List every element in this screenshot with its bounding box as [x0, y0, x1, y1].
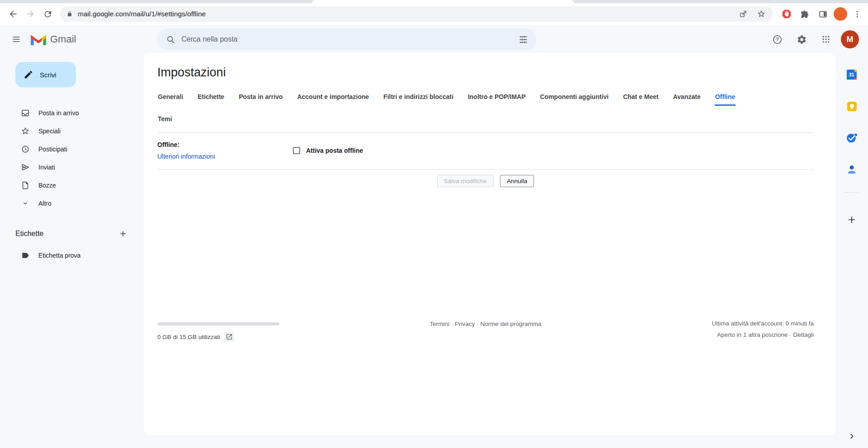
- offline-row-label: Offline:: [157, 140, 293, 149]
- forward-button[interactable]: [22, 5, 39, 23]
- plus-icon: [847, 215, 857, 225]
- sidebar-item-inbox[interactable]: Posta in arrivo: [0, 104, 144, 122]
- url-text[interactable]: mail.google.com/mail/u/1/#settings/offli…: [78, 10, 736, 18]
- google-apps-button[interactable]: [816, 30, 835, 49]
- details-link[interactable]: Dettagli: [793, 331, 814, 338]
- storage-text: 0 GB di 15 GB utilizzati: [157, 334, 220, 340]
- pencil-icon: [24, 70, 33, 80]
- tab-avanzate[interactable]: Avanzate: [673, 89, 701, 106]
- sidebar-item-label: Bozze: [38, 182, 56, 189]
- sidebar-item-drafts[interactable]: Bozze: [0, 176, 144, 194]
- manage-storage-button[interactable]: [224, 332, 234, 342]
- create-label-button[interactable]: [116, 226, 130, 241]
- tab-posta-in-arrivo[interactable]: Posta in arrivo: [238, 89, 283, 106]
- hide-side-panel-button[interactable]: [844, 428, 860, 444]
- sidebar-label-item[interactable]: Etichetta prova: [0, 246, 144, 264]
- compose-label: Scrivi: [40, 71, 57, 79]
- keep-panel-button[interactable]: [843, 97, 861, 115]
- side-panel-button[interactable]: [816, 5, 830, 23]
- sidebar-item-label: Altro: [38, 200, 52, 207]
- storage-progress-bar: [157, 322, 279, 325]
- tab-chat-meet[interactable]: Chat e Meet: [623, 89, 659, 106]
- sidebar-item-starred[interactable]: Speciali: [0, 122, 144, 140]
- bookmark-button[interactable]: [754, 7, 769, 21]
- sidebar-item-snoozed[interactable]: Posticipati: [0, 140, 144, 158]
- hamburger-icon: [12, 35, 21, 44]
- sidebar-item-label: Posticipati: [38, 146, 67, 153]
- search-icon: [166, 35, 175, 44]
- calendar-panel-button[interactable]: 31: [843, 66, 861, 84]
- companion-rail: 31: [835, 54, 868, 448]
- url-bar[interactable]: mail.google.com/mail/u/1/#settings/offli…: [60, 6, 773, 22]
- reload-button[interactable]: [39, 5, 56, 23]
- gmail-logo: Gmail: [31, 33, 76, 45]
- chevron-down-icon: [21, 199, 30, 208]
- tab-offline[interactable]: Offline: [715, 89, 736, 106]
- share-button[interactable]: [736, 7, 750, 21]
- sidebar-item-label: Posta in arrivo: [38, 109, 79, 117]
- help-icon: ?: [772, 34, 783, 45]
- tasks-panel-button[interactable]: [843, 129, 861, 147]
- bookmark-star-icon: [757, 9, 766, 19]
- tab-generali[interactable]: Generali: [157, 89, 184, 106]
- tab-etichette[interactable]: Etichette: [197, 89, 225, 106]
- inbox-icon: [21, 108, 30, 118]
- terms-link[interactable]: Termini: [430, 321, 450, 327]
- forward-icon: [25, 9, 35, 19]
- legal-links: Termini · Privacy · Norme del programma: [311, 321, 660, 327]
- sidebar-nav: Posta in arrivo Speciali Posticipati Inv…: [0, 104, 144, 212]
- main-menu-button[interactable]: [5, 28, 27, 50]
- program-policies-link[interactable]: Norme del programma: [480, 321, 541, 327]
- browser-profile-avatar[interactable]: [834, 7, 847, 21]
- main-area: Impostazioni Generali Etichette Posta in…: [144, 54, 835, 448]
- extensions-button[interactable]: [797, 5, 812, 23]
- sidebar: Scrivi Posta in arrivo Speciali Posticip…: [0, 54, 144, 448]
- adblock-extension-button[interactable]: [779, 5, 794, 23]
- browser-menu-button[interactable]: [851, 5, 863, 23]
- reload-icon: [43, 9, 52, 19]
- open-locations-text: Aperto in 1 altra posizione: [717, 331, 788, 338]
- apps-grid-icon: [821, 35, 830, 44]
- browser-tabstrip: [0, 0, 868, 3]
- search-button[interactable]: [160, 29, 180, 49]
- search-input[interactable]: [180, 35, 513, 44]
- clock-icon: [21, 145, 30, 154]
- sidebar-item-sent[interactable]: Inviati: [0, 158, 144, 176]
- separator: ·: [451, 321, 453, 327]
- tab-filtri-indirizzi[interactable]: Filtri e indirizzi bloccati: [383, 89, 454, 106]
- back-button[interactable]: [5, 5, 22, 23]
- settings-actions: Salva modifiche Annulla: [157, 175, 814, 187]
- browser-active-tab[interactable]: [312, 0, 574, 3]
- tab-temi[interactable]: Temi: [157, 111, 173, 128]
- contacts-panel-button[interactable]: [843, 160, 861, 179]
- contacts-icon: [845, 163, 858, 176]
- settings-button[interactable]: [792, 30, 811, 49]
- storage-section: 0 GB di 15 GB utilizzati: [157, 319, 311, 342]
- tab-componenti-aggiuntivi[interactable]: Componenti aggiuntivi: [540, 89, 609, 106]
- tab-account-importazione[interactable]: Account e importazione: [297, 89, 369, 106]
- side-panel-icon: [818, 9, 828, 19]
- tab-inoltro-pop-imap[interactable]: Inoltro e POP/IMAP: [467, 89, 526, 106]
- settings-gear-icon: [797, 34, 807, 45]
- search-options-button[interactable]: [513, 29, 533, 49]
- sidebar-item-label: Inviati: [38, 164, 55, 171]
- enable-offline-checkbox[interactable]: [293, 147, 300, 154]
- cancel-button[interactable]: Annulla: [500, 175, 534, 187]
- draft-icon: [21, 181, 30, 190]
- sidebar-item-more[interactable]: Altro: [0, 194, 144, 212]
- search-bar: [157, 28, 537, 50]
- account-avatar[interactable]: M: [841, 30, 859, 48]
- get-add-ons-button[interactable]: [843, 211, 861, 229]
- companion-divider: [845, 192, 859, 193]
- offline-row-left: Offline: Ulteriori informazioni: [157, 140, 293, 161]
- help-button[interactable]: ?: [768, 30, 787, 49]
- settings-card: Impostazioni Generali Etichette Posta in…: [144, 53, 835, 435]
- star-icon: [21, 127, 30, 136]
- lock-icon: [66, 10, 73, 18]
- gmail-logo-text: Gmail: [50, 33, 76, 45]
- privacy-link[interactable]: Privacy: [455, 321, 475, 327]
- sidebar-item-label: Speciali: [38, 127, 61, 135]
- compose-button[interactable]: Scrivi: [15, 62, 76, 87]
- more-info-link[interactable]: Ulteriori informazioni: [157, 152, 293, 161]
- save-changes-button[interactable]: Salva modifiche: [437, 175, 494, 187]
